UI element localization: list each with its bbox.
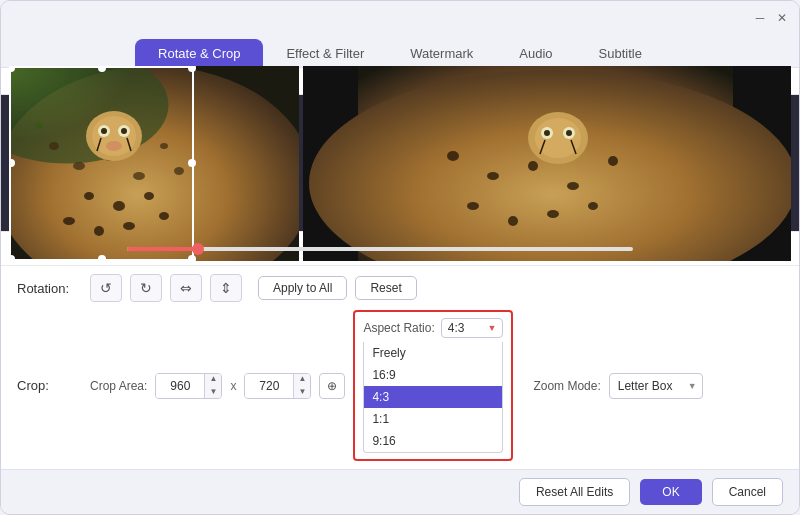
zoom-mode-select-wrap: Letter Box Pan & Scan Full [609,373,703,399]
title-bar: ─ ✕ [1,1,799,29]
zoom-mode-label: Zoom Mode: [533,379,600,393]
aspect-option-1-1[interactable]: 1:1 [364,408,502,430]
svg-point-10 [63,217,75,225]
reset-rotation-button[interactable]: Reset [355,276,416,300]
aspect-option-9-16[interactable]: 9:16 [364,430,502,452]
aspect-ratio-dropdown: Freely 16:9 4:3 1:1 9:16 [363,342,503,453]
tab-bar: Rotate & Crop Effect & Filter Watermark … [1,29,799,67]
close-button[interactable]: ✕ [775,11,789,25]
tab-watermark[interactable]: Watermark [387,39,496,67]
svg-point-13 [159,212,169,220]
flip-vertical-button[interactable]: ⇕ [210,274,242,302]
preview-area [1,95,799,231]
aspect-ratio-chevron: ▼ [487,323,496,333]
svg-point-23 [106,141,122,151]
minimize-button[interactable]: ─ [753,11,767,25]
svg-point-3 [49,142,59,150]
svg-point-43 [544,130,550,136]
crop-label: Crop: [17,378,82,393]
svg-point-6 [133,172,145,180]
height-arrows: ▲ ▼ [293,373,310,399]
height-up-button[interactable]: ▲ [294,373,310,386]
aspect-option-4-3[interactable]: 4:3 [364,386,502,408]
crop-width-spinbox[interactable]: 960 ▲ ▼ [155,373,222,399]
progress-thumb[interactable] [192,243,204,255]
aspect-option-16-9[interactable]: 16:9 [364,364,502,386]
svg-point-30 [447,151,459,161]
rotation-label: Rotation: [17,281,82,296]
svg-point-40 [535,118,581,158]
crop-area-label: Crop Area: [90,379,147,393]
center-crop-button[interactable]: ⊕ [319,373,345,399]
svg-point-44 [566,130,572,136]
controls-section: Rotation: ↺ ↻ ⇔ ⇕ Apply to All Reset Cro… [1,265,799,469]
width-down-button[interactable]: ▼ [205,386,221,399]
svg-point-11 [94,226,104,236]
aspect-option-freely[interactable]: Freely [364,342,502,364]
tab-subtitle[interactable]: Subtitle [576,39,665,67]
rotation-row: Rotation: ↺ ↻ ⇔ ⇕ Apply to All Reset [17,274,783,302]
crop-height-spinbox[interactable]: 720 ▲ ▼ [244,373,311,399]
svg-point-8 [113,201,125,211]
tab-rotate-crop[interactable]: Rotate & Crop [135,39,263,67]
svg-point-33 [567,182,579,190]
svg-point-12 [123,222,135,230]
width-arrows: ▲ ▼ [204,373,221,399]
window-controls: ─ ✕ [753,11,789,25]
svg-point-16 [35,123,43,129]
svg-point-7 [84,192,94,200]
tab-audio[interactable]: Audio [496,39,575,67]
progress-bar[interactable] [127,247,633,251]
tab-effect-filter[interactable]: Effect & Filter [263,39,387,67]
progress-fill [127,247,198,251]
reset-all-edits-button[interactable]: Reset All Edits [519,478,630,506]
cheetah-left [9,66,299,261]
aspect-ratio-label: Aspect Ratio: [363,321,434,335]
cancel-button[interactable]: Cancel [712,478,783,506]
svg-point-9 [144,192,154,200]
bottom-bar: Reset All Edits OK Cancel [1,469,799,514]
svg-point-14 [174,167,184,175]
flip-horizontal-button[interactable]: ⇔ [170,274,202,302]
svg-point-31 [487,172,499,180]
width-up-button[interactable]: ▲ [205,373,221,386]
rotate-right-button[interactable]: ↻ [130,274,162,302]
svg-point-36 [508,216,518,226]
svg-point-32 [528,161,538,171]
zoom-mode-area: Zoom Mode: Letter Box Pan & Scan Full [533,373,702,399]
preview-left [9,66,299,261]
aspect-ratio-select[interactable]: 4:3 ▼ [441,318,504,338]
svg-point-37 [547,210,559,218]
aspect-ratio-container: Aspect Ratio: 4:3 ▼ Freely 16:9 4:3 1:1 … [353,310,513,461]
svg-point-22 [121,128,127,134]
height-down-button[interactable]: ▼ [294,386,310,399]
ok-button[interactable]: OK [640,479,701,505]
svg-point-35 [467,202,479,210]
svg-point-21 [101,128,107,134]
main-window: ─ ✕ Rotate & Crop Effect & Filter Waterm… [0,0,800,515]
rotate-left-button[interactable]: ↺ [90,274,122,302]
preview-right [303,66,791,261]
aspect-ratio-header: Aspect Ratio: 4:3 ▼ [363,318,503,338]
x-separator: x [230,379,236,393]
crop-height-input[interactable]: 720 [245,374,293,398]
svg-point-38 [588,202,598,210]
aspect-ratio-value: 4:3 [448,321,465,335]
svg-point-34 [608,156,618,166]
svg-point-15 [160,143,168,149]
zoom-mode-select[interactable]: Letter Box Pan & Scan Full [609,373,703,399]
apply-to-all-button[interactable]: Apply to All [258,276,347,300]
crop-row: Crop: Crop Area: 960 ▲ ▼ x 720 ▲ ▼ ⊕ [17,310,783,461]
preview-right-bg [303,66,791,261]
crop-width-input[interactable]: 960 [156,374,204,398]
svg-point-4 [73,162,85,170]
